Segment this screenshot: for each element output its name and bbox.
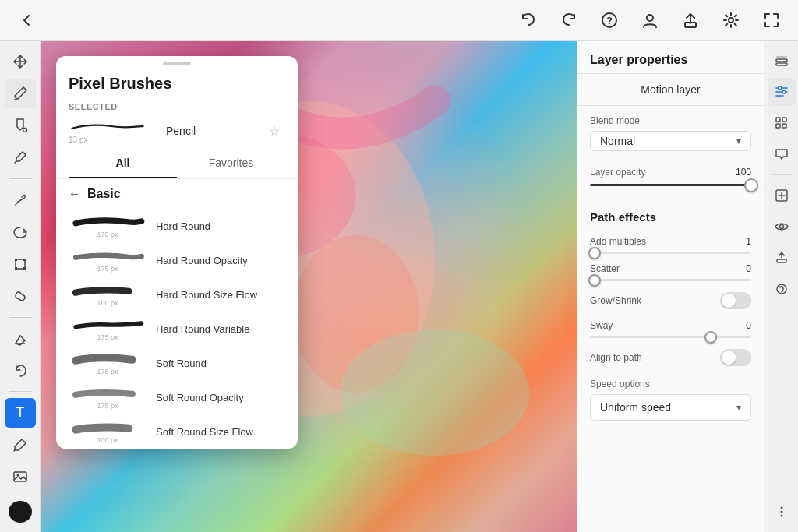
brush-tool[interactable] [5, 79, 36, 107]
add-multiples-thumb[interactable] [588, 247, 601, 259]
pencil-preview: 13 px [69, 119, 157, 143]
svg-rect-21 [776, 59, 787, 62]
tab-all[interactable]: All [69, 149, 177, 178]
opacity-row: Layer opacity 100 [577, 157, 764, 181]
sway-thumb[interactable] [704, 331, 717, 344]
favorite-button[interactable]: ☆ [263, 120, 285, 142]
stroke-preview: 175 px [69, 248, 147, 273]
scatter-slider[interactable] [590, 279, 751, 281]
brush-name: Hard Round Size Flow [156, 289, 285, 301]
opacity-slider[interactable] [577, 184, 764, 199]
svg-rect-12 [14, 472, 26, 481]
toolbar-right: ? [514, 6, 786, 34]
brush-size: 100 px [97, 436, 118, 444]
brush-size: 175 px [97, 402, 118, 410]
grid-panel-button[interactable] [768, 109, 796, 137]
svg-rect-28 [776, 118, 780, 122]
redo-button[interactable] [555, 6, 583, 34]
add-multiples-label: Add multiples [590, 236, 646, 247]
color-swatch[interactable] [9, 501, 32, 523]
brush-name: Soft Round Size Flow [156, 426, 285, 438]
fullscreen-button[interactable] [757, 6, 786, 34]
layers-panel-button[interactable] [768, 47, 796, 75]
selected-brush-size: 13 px [69, 136, 87, 144]
rsidebar-divider [771, 174, 793, 175]
scatter-thumb[interactable] [588, 274, 601, 287]
paint-bucket-tool[interactable] [5, 111, 36, 140]
lasso-tool[interactable] [5, 217, 36, 246]
pipette-tool[interactable] [5, 431, 36, 460]
help-button[interactable]: ? [595, 6, 623, 34]
move-tool[interactable] [5, 47, 36, 76]
slider-track [590, 184, 751, 186]
brush-panel: Pixel Brushes SELECTED 13 px Pencil ☆ Al… [56, 56, 298, 449]
add-multiples-slider[interactable] [590, 252, 751, 254]
divider-3 [9, 391, 32, 392]
svg-rect-9 [15, 267, 17, 270]
blend-mode-dropdown[interactable]: Normal ▾ [590, 131, 751, 151]
eyedropper-tool[interactable] [5, 143, 36, 172]
smudge-tool[interactable] [5, 185, 36, 214]
undo-button[interactable] [514, 6, 542, 34]
image-tool[interactable] [5, 463, 36, 491]
add-layer-button[interactable] [768, 181, 796, 210]
divider [9, 178, 32, 179]
brush-panel-title: Pixel Brushes [56, 72, 298, 99]
list-item[interactable]: 175 px Soft Round Opacity [56, 380, 298, 414]
svg-point-4 [729, 18, 733, 23]
toggle-knob [722, 294, 736, 308]
list-item[interactable]: 175 px Hard Round Opacity [56, 243, 298, 277]
align-to-path-toggle[interactable] [720, 349, 751, 366]
brush-size: 175 px [97, 231, 118, 238]
text-tool[interactable]: T [5, 398, 36, 427]
undo-history-tool[interactable] [5, 356, 36, 385]
comment-panel-button[interactable] [768, 140, 796, 168]
settings-button[interactable] [717, 6, 745, 34]
magic-button[interactable] [768, 275, 796, 303]
panel-handle[interactable] [56, 56, 298, 72]
flatten-button[interactable] [768, 244, 796, 272]
speed-select[interactable]: Uniform speed ▾ [590, 394, 751, 421]
liquify-tool[interactable] [5, 282, 36, 311]
tab-favorites[interactable]: Favorites [177, 149, 285, 178]
blend-mode-label: Blend mode [590, 115, 751, 126]
list-item[interactable]: 100 px Hard Round Size Flow [56, 277, 298, 312]
share-button[interactable] [676, 6, 704, 34]
svg-rect-30 [776, 124, 780, 128]
sway-slider[interactable] [590, 336, 751, 338]
layer-type-text: Motion layer [641, 83, 700, 96]
right-panel: Layer properties Motion layer Blend mode… [577, 41, 764, 532]
list-item[interactable]: 175 px Hard Round Variable [56, 312, 298, 346]
back-button[interactable] [12, 6, 41, 34]
category-header: ← Basic [56, 179, 298, 209]
stroke-preview: 175 px [69, 316, 147, 341]
slider-thumb[interactable] [744, 178, 758, 192]
stroke-preview: 100 px [69, 282, 147, 307]
profile-button[interactable] [636, 6, 664, 34]
more-options-button[interactable] [768, 498, 796, 526]
stroke-preview: 175 px [69, 213, 147, 238]
layer-properties: Layer properties Motion layer Blend mode… [577, 41, 764, 532]
brush-name: Hard Round [156, 220, 285, 232]
speed-chevron-icon: ▾ [736, 402, 741, 413]
category-name: Basic [87, 187, 121, 201]
svg-rect-29 [782, 118, 786, 122]
svg-rect-22 [776, 56, 787, 58]
list-item[interactable]: 175 px Soft Round [56, 346, 298, 380]
back-arrow-icon[interactable]: ← [69, 187, 81, 201]
scatter-label: Scatter [590, 263, 620, 274]
eraser-tool[interactable] [5, 324, 36, 353]
visibility-button[interactable] [768, 213, 796, 241]
transform-tool[interactable] [5, 249, 36, 278]
properties-panel-button[interactable] [768, 78, 796, 106]
brush-name: Soft Round Opacity [156, 392, 285, 403]
brush-size: 175 px [97, 368, 118, 375]
canvas-area[interactable]: Pixel Brushes SELECTED 13 px Pencil ☆ Al… [41, 41, 577, 532]
list-item[interactable]: 100 px Soft Round Size Flow [56, 414, 298, 449]
svg-point-26 [779, 86, 782, 90]
add-multiples-value: 1 [746, 236, 751, 247]
main-area: T Pix [0, 41, 798, 532]
grow-shrink-toggle[interactable] [720, 292, 751, 309]
list-item[interactable]: 175 px Hard Round [56, 209, 298, 243]
right-sidebar [764, 41, 798, 532]
